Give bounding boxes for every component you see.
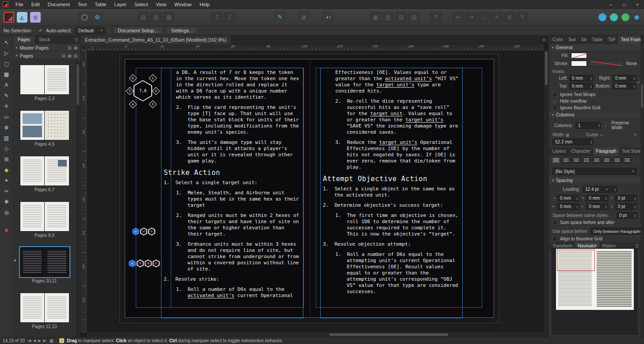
- columns-count-field[interactable]: 1 ▴▾: [575, 122, 601, 129]
- leading-field[interactable]: 12.4 pt ▾ ▴▾: [583, 186, 617, 193]
- text-frame-left[interactable]: a D8. A result of 7 or 8 keeps the token…: [161, 68, 303, 318]
- last-spread-button[interactable]: ▶|: [43, 339, 47, 343]
- inset-field[interactable]: 0 mm▴▾: [569, 75, 593, 81]
- stepper-icon[interactable]: ▴▾: [634, 197, 636, 200]
- align-towards-spine-button[interactable]: [623, 157, 632, 164]
- color-swatch-tool-icon[interactable]: ▢: [2, 60, 12, 68]
- text-frame-right[interactable]: Effectiveness [OE]. Values equal to or g…: [320, 68, 463, 318]
- unit-token[interactable]: ►: [148, 228, 155, 236]
- menu-text[interactable]: Text: [74, 0, 91, 9]
- master-pages-section-header[interactable]: ▸ Master Pages ▤ ▦: [13, 44, 80, 52]
- panel-scrollbar[interactable]: [640, 36, 644, 337]
- pages-grid-icon[interactable]: ▦: [50, 338, 54, 343]
- fill-tool-icon[interactable]: ◆: [2, 166, 12, 174]
- transparency-icon[interactable]: ◑▾: [322, 12, 334, 23]
- page-thumbnail[interactable]: [20, 111, 45, 140]
- stepper-icon[interactable]: ▴▾: [598, 124, 600, 127]
- ignore-baseline-grid-checkbox[interactable]: [552, 105, 557, 110]
- align-right-button[interactable]: [572, 157, 581, 164]
- inset-field[interactable]: 0 mm▴▾: [613, 83, 636, 89]
- chevron-down-icon[interactable]: ▾: [329, 15, 331, 19]
- link-insets-icon[interactable]: ∞: [637, 80, 640, 85]
- stepper-icon[interactable]: ▴▾: [577, 197, 578, 200]
- next-spread-button[interactable]: ▶: [38, 339, 41, 343]
- column-width-field[interactable]: 52.2 mm ▴▾: [552, 139, 593, 145]
- pages-section-header[interactable]: ▾ Pages ▤ ▣ ▥: [13, 52, 80, 60]
- menu-table[interactable]: Table: [91, 0, 110, 9]
- close-document-icon[interactable]: ×: [543, 37, 545, 43]
- right-indent-field[interactable]: 0 mm▴▾: [557, 203, 579, 210]
- paragraph-style-dropdown[interactable]: [No Style] ▾: [552, 168, 637, 175]
- columns-section-header[interactable]: ▾ Columns: [549, 111, 640, 119]
- tab-layers[interactable]: Layers: [550, 147, 568, 155]
- vertical-ruler[interactable]: -360-340-320-300-280-260-240-220-200: [80, 50, 87, 332]
- stroke-style-widget[interactable]: [590, 61, 624, 66]
- color-sampler-icon[interactable]: ✎: [274, 12, 286, 23]
- stepper-icon[interactable]: ▴▾: [633, 85, 635, 88]
- stepper-icon[interactable]: ▴▾: [634, 214, 636, 217]
- stepper-icon[interactable]: ▴▾: [634, 205, 636, 209]
- page-spread[interactable]: Pages 6,7: [20, 156, 69, 192]
- page-thumbnail[interactable]: [20, 65, 45, 94]
- scrollbar-thumb[interactable]: [329, 333, 448, 336]
- stepper-icon[interactable]: ▴▾: [606, 205, 607, 209]
- tab-text-frame[interactable]: Text Frame: [618, 36, 640, 44]
- designer-persona-icon[interactable]: ◭: [17, 12, 27, 23]
- unit-token[interactable]: ✚: [137, 259, 144, 267]
- stepper-icon[interactable]: ▴▾: [590, 85, 592, 88]
- page-thumbnail[interactable]: [45, 202, 69, 231]
- auto-select-checkbox[interactable]: ✓: [38, 28, 42, 33]
- view-mode-icon[interactable]: ▤: [61, 54, 65, 58]
- unit-token[interactable]: ►: [153, 259, 160, 267]
- document-tab[interactable]: Extraction_Command_Demo_A5_11_10_835am […: [80, 36, 231, 44]
- view-hand-tool-icon[interactable]: ✥: [2, 198, 12, 206]
- page-thumbnail[interactable]: [45, 111, 69, 140]
- document-viewport[interactable]: 7,8 615243 ✦⇄► ✦✚◆► a D8. A result of 7 …: [87, 50, 544, 332]
- stepper-icon[interactable]: ▴▾: [633, 77, 635, 80]
- justify-right-button[interactable]: [602, 157, 611, 164]
- menu-select[interactable]: Select: [130, 0, 152, 9]
- justify-all-button[interactable]: [613, 157, 621, 164]
- page-thumbnail[interactable]: [45, 65, 69, 94]
- ignore-text-wraps-checkbox[interactable]: [552, 92, 557, 97]
- pages-panel-tab-pages[interactable]: Pages: [13, 36, 34, 44]
- edit-pencil-icon[interactable]: ✎: [633, 133, 637, 137]
- use-space-dropdown[interactable]: Only between Paragraphs ▾: [590, 228, 640, 235]
- node-edit-tool-icon[interactable]: ✛: [2, 102, 12, 110]
- page-spread[interactable]: Pages 12,13: [20, 293, 69, 329]
- tab-color[interactable]: Color: [550, 36, 566, 44]
- colour-picker-tool-icon[interactable]: ✦: [2, 177, 12, 185]
- ellipse-tool-icon[interactable]: ⊗: [2, 124, 12, 131]
- add-page-icon[interactable]: ▣: [68, 54, 72, 58]
- page-spread[interactable]: Pages 8,9: [20, 201, 69, 238]
- general-section-header[interactable]: ▾ General: [549, 44, 640, 51]
- updates-icon[interactable]: [621, 13, 629, 21]
- page-thumbnail[interactable]: [45, 156, 69, 186]
- panel-menu-icon[interactable]: ☰: [74, 38, 78, 42]
- scrollbar-thumb[interactable]: [641, 85, 643, 108]
- menu-window[interactable]: Window: [170, 0, 196, 9]
- left-indent-field[interactable]: 0 mm▴▾: [586, 195, 608, 201]
- move-tool-icon[interactable]: ↖: [2, 39, 12, 46]
- pages-panel-tab-stock[interactable]: Stock: [34, 36, 54, 44]
- table-tool-icon[interactable]: ▦: [2, 70, 12, 78]
- page-left[interactable]: 7,8 615243 ✦⇄► ✦✚◆► a D8. A result of 7 …: [125, 59, 310, 317]
- add-master-icon[interactable]: ▤: [68, 46, 72, 50]
- tab-paragraph[interactable]: Paragraph: [593, 147, 619, 155]
- align-left-button[interactable]: [552, 157, 560, 164]
- page-right[interactable]: Effectiveness [OE]. Values equal to or g…: [310, 59, 494, 317]
- preferences-gear-icon[interactable]: ⚙: [92, 12, 103, 23]
- spacing-section-header[interactable]: ▾ Spacing: [549, 177, 640, 184]
- ruler-origin-corner[interactable]: [80, 44, 87, 50]
- justify-center-button[interactable]: [592, 157, 601, 164]
- navigator-preview[interactable]: [552, 247, 638, 335]
- pencil-tool-icon[interactable]: ✑: [2, 187, 12, 195]
- stepper-icon[interactable]: ▴▾: [606, 197, 607, 200]
- page-thumbnail[interactable]: [45, 247, 69, 277]
- unit-token[interactable]: ⇄: [140, 228, 147, 236]
- stroke-swatch[interactable]: [571, 61, 587, 66]
- page-thumbnail[interactable]: [20, 202, 45, 231]
- account-icon[interactable]: ☻: [633, 13, 640, 21]
- align-to-baseline-grid-checkbox[interactable]: [552, 236, 557, 241]
- snapping-magnet-icon[interactable]: ∪: [298, 12, 310, 23]
